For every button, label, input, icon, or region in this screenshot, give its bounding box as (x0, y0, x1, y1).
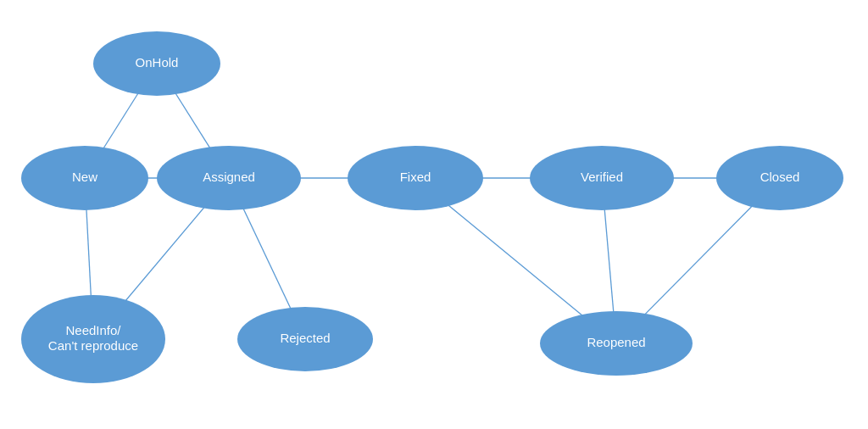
node-label-needinfo-line0: NeedInfo/ (65, 323, 121, 337)
nodes-group: OnHoldNewAssignedFixedVerifiedClosedNeed… (21, 31, 843, 383)
node-label-fixed: Fixed (400, 170, 431, 184)
node-label-reopened: Reopened (587, 335, 645, 349)
node-rejected: Rejected (237, 307, 373, 371)
node-label-onhold: OnHold (136, 55, 179, 70)
node-new: New (21, 146, 148, 210)
node-label-assigned: Assigned (203, 170, 255, 184)
node-label-needinfo-line1: Can't reproduce (48, 338, 138, 353)
node-label-verified: Verified (581, 170, 623, 184)
node-needinfo: NeedInfo/Can't reproduce (21, 295, 165, 383)
node-label-closed: Closed (760, 170, 800, 184)
node-closed: Closed (716, 146, 843, 210)
node-label-rejected: Rejected (280, 331, 330, 345)
node-onhold: OnHold (93, 31, 220, 96)
node-reopened: Reopened (540, 311, 693, 376)
node-verified: Verified (530, 146, 674, 210)
node-fixed: Fixed (348, 146, 483, 210)
node-assigned: Assigned (157, 146, 301, 210)
state-diagram: .node-ellipse { fill: #5b9bd5; } .node-t… (0, 0, 868, 429)
node-label-new: New (72, 170, 97, 184)
